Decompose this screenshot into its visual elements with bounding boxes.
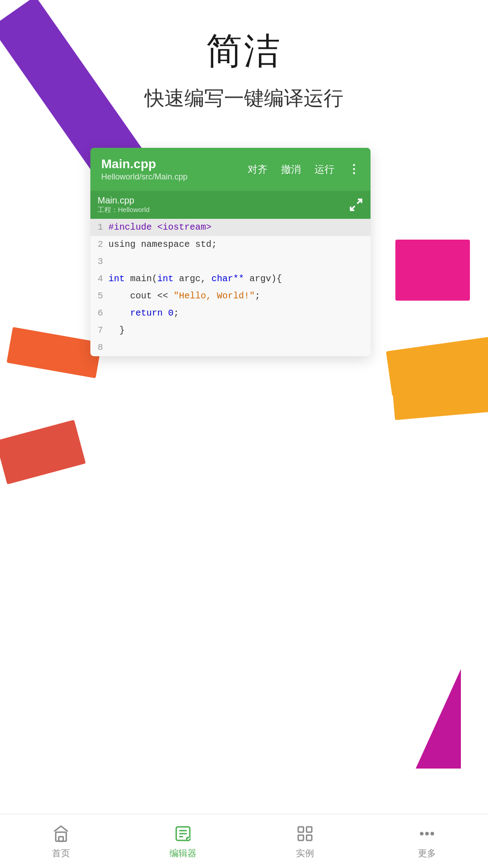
code-line-7: 7 } <box>90 322 371 339</box>
undo-button[interactable]: 撤消 <box>281 163 301 176</box>
decoration-magenta-triangle <box>416 669 461 769</box>
tab-filename: Main.cpp <box>98 195 134 206</box>
nav-item-examples[interactable]: 实例 <box>244 823 366 859</box>
more-menu-button[interactable]: ⋮ <box>348 162 360 176</box>
toolbar-actions: 对齐 撤消 运行 ⋮ <box>248 162 360 176</box>
svg-rect-11 <box>298 835 304 840</box>
code-line-2: 2 using namespace std; <box>90 236 371 253</box>
nav-label-examples: 实例 <box>296 847 314 859</box>
code-line-8: 8 <box>90 339 371 356</box>
svg-rect-9 <box>298 827 304 832</box>
nav-label-home: 首页 <box>52 847 70 859</box>
svg-point-14 <box>426 833 428 835</box>
subheadline: 快速编写一键编译运行 <box>145 85 343 112</box>
editor-icon <box>172 823 194 844</box>
active-tab[interactable]: Main.cpp 工程：Helloworld <box>98 195 150 214</box>
nav-item-more[interactable]: 更多 <box>366 823 488 859</box>
code-line-1: 1 #include <iostream> <box>90 219 371 236</box>
nav-label-more: 更多 <box>418 847 436 859</box>
nav-label-editor: 编辑器 <box>169 847 197 859</box>
main-content: 简洁 快速编写一键编译运行 Main.cpp Helloworld/src/Ma… <box>0 0 488 356</box>
svg-point-13 <box>421 833 423 835</box>
editor-card: Main.cpp Helloworld/src/Main.cpp 对齐 撤消 运… <box>90 148 371 356</box>
svg-rect-10 <box>306 827 312 832</box>
expand-editor-button[interactable] <box>349 198 363 212</box>
bottom-navigation: 首页 编辑器 实例 <box>0 814 488 868</box>
editor-path: Helloworld/src/Main.cpp <box>101 172 188 182</box>
nav-item-home[interactable]: 首页 <box>0 823 122 859</box>
nav-item-editor[interactable]: 编辑器 <box>122 823 244 859</box>
code-line-3: 3 <box>90 253 371 270</box>
code-editor-area[interactable]: 1 #include <iostream> 2 using namespace … <box>90 219 371 356</box>
align-button[interactable]: 对齐 <box>248 163 267 176</box>
tab-project: 工程：Helloworld <box>98 206 150 214</box>
home-icon <box>50 823 72 844</box>
code-line-5: 5 cout << "Hello, World!"; <box>90 288 371 305</box>
toolbar-file-info: Main.cpp Helloworld/src/Main.cpp <box>101 157 188 182</box>
svg-point-15 <box>431 833 433 835</box>
editor-toolbar: Main.cpp Helloworld/src/Main.cpp 对齐 撤消 运… <box>90 148 371 191</box>
run-button[interactable]: 运行 <box>314 163 334 176</box>
decoration-red-rect <box>0 420 86 484</box>
more-icon <box>416 823 438 844</box>
editor-tab-bar: Main.cpp 工程：Helloworld <box>90 191 371 219</box>
headline: 简洁 <box>206 27 282 76</box>
code-line-6: 6 return 0; <box>90 305 371 322</box>
decoration-orange-rect3 <box>391 371 488 420</box>
svg-rect-3 <box>59 837 63 841</box>
svg-rect-12 <box>306 835 312 840</box>
editor-filename: Main.cpp <box>101 157 188 171</box>
examples-icon <box>294 823 316 844</box>
code-line-4: 4 int main(int argc, char** argv){ <box>90 270 371 288</box>
